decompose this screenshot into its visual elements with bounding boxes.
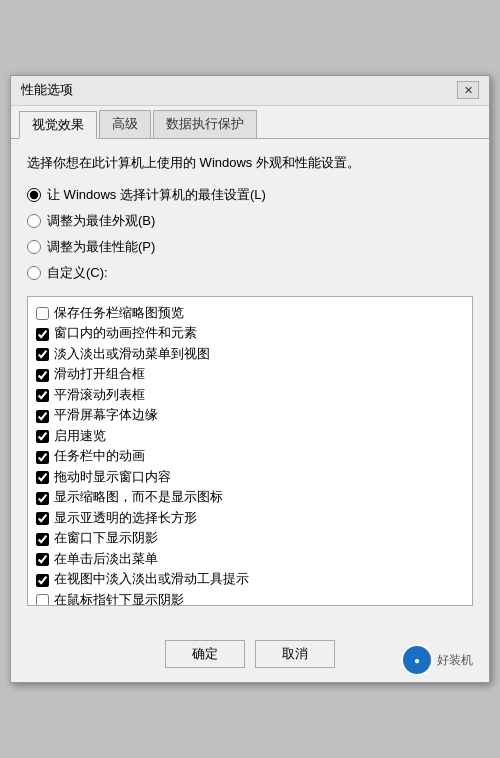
performance-options-dialog: 性能选项 ✕ 视觉效果 高级 数据执行保护 选择你想在此计算机上使用的 Wind… — [10, 75, 490, 684]
checkbox-label-9: 显示缩略图，而不是显示图标 — [54, 489, 223, 507]
checkbox-item-14[interactable]: 在鼠标指针下显示阴影 — [34, 590, 466, 606]
checkbox-label-13: 在视图中淡入淡出或滑动工具提示 — [54, 571, 249, 589]
checkbox-label-0: 保存任务栏缩略图预览 — [54, 305, 184, 323]
tab-dep[interactable]: 数据执行保护 — [153, 110, 257, 138]
checkbox-label-12: 在单击后淡出菜单 — [54, 551, 158, 569]
description-text: 选择你想在此计算机上使用的 Windows 外观和性能设置。 — [27, 153, 473, 173]
checkbox-item-2[interactable]: 淡入淡出或滑动菜单到视图 — [34, 344, 466, 365]
checkbox-item-0[interactable]: 保存任务栏缩略图预览 — [34, 303, 466, 324]
checkbox-list[interactable]: 保存任务栏缩略图预览 窗口内的动画控件和元素 淡入淡出或滑动菜单到视图 滑动打开… — [27, 296, 473, 606]
checkbox-item-12[interactable]: 在单击后淡出菜单 — [34, 549, 466, 570]
checkbox-label-8: 拖动时显示窗口内容 — [54, 469, 171, 487]
button-area: 确定 取消 ● 好装机 — [11, 634, 489, 682]
checkbox-item-8[interactable]: 拖动时显示窗口内容 — [34, 467, 466, 488]
checkbox-label-7: 任务栏中的动画 — [54, 448, 145, 466]
dialog-title: 性能选项 — [21, 81, 73, 99]
radio-custom[interactable]: 自定义(C): — [27, 264, 473, 282]
checkbox-label-4: 平滑滚动列表框 — [54, 387, 145, 405]
checkbox-label-5: 平滑屏幕字体边缘 — [54, 407, 158, 425]
checkbox-item-4[interactable]: 平滑滚动列表框 — [34, 385, 466, 406]
close-button[interactable]: ✕ — [457, 81, 479, 99]
checkbox-label-6: 启用速览 — [54, 428, 106, 446]
checkbox-label-2: 淡入淡出或滑动菜单到视图 — [54, 346, 210, 364]
title-controls: ✕ — [457, 81, 479, 99]
checkbox-item-5[interactable]: 平滑屏幕字体边缘 — [34, 406, 466, 427]
tab-advanced[interactable]: 高级 — [99, 110, 151, 138]
tab-visual-effects[interactable]: 视觉效果 — [19, 111, 97, 139]
checkbox-item-10[interactable]: 显示亚透明的选择长方形 — [34, 508, 466, 529]
checkbox-label-10: 显示亚透明的选择长方形 — [54, 510, 197, 528]
checkbox-item-13[interactable]: 在视图中淡入淡出或滑动工具提示 — [34, 570, 466, 591]
watermark-icon-inner: ● — [414, 655, 420, 666]
checkbox-label-3: 滑动打开组合框 — [54, 366, 145, 384]
checkbox-item-3[interactable]: 滑动打开组合框 — [34, 365, 466, 386]
title-bar: 性能选项 ✕ — [11, 76, 489, 106]
content-area: 选择你想在此计算机上使用的 Windows 外观和性能设置。 让 Windows… — [11, 139, 489, 635]
watermark: ● 好装机 — [401, 644, 473, 676]
checkbox-item-7[interactable]: 任务栏中的动画 — [34, 447, 466, 468]
checkbox-item-9[interactable]: 显示缩略图，而不是显示图标 — [34, 488, 466, 509]
radio-best-performance-label: 调整为最佳性能(P) — [47, 238, 155, 256]
checkbox-item-11[interactable]: 在窗口下显示阴影 — [34, 529, 466, 550]
checkbox-label-14: 在鼠标指针下显示阴影 — [54, 592, 184, 607]
radio-group: 让 Windows 选择计算机的最佳设置(L) 调整为最佳外观(B) 调整为最佳… — [27, 186, 473, 282]
radio-best-appearance[interactable]: 调整为最佳外观(B) — [27, 212, 473, 230]
radio-best-performance[interactable]: 调整为最佳性能(P) — [27, 238, 473, 256]
watermark-text: 好装机 — [437, 652, 473, 669]
checkbox-label-11: 在窗口下显示阴影 — [54, 530, 158, 548]
cancel-button[interactable]: 取消 — [255, 640, 335, 668]
tab-bar: 视觉效果 高级 数据执行保护 — [11, 106, 489, 139]
radio-best-setting-label: 让 Windows 选择计算机的最佳设置(L) — [47, 186, 266, 204]
ok-button[interactable]: 确定 — [165, 640, 245, 668]
watermark-icon: ● — [401, 644, 433, 676]
radio-custom-label: 自定义(C): — [47, 264, 108, 282]
checkbox-item-6[interactable]: 启用速览 — [34, 426, 466, 447]
radio-best-appearance-label: 调整为最佳外观(B) — [47, 212, 155, 230]
radio-best-setting[interactable]: 让 Windows 选择计算机的最佳设置(L) — [27, 186, 473, 204]
checkbox-label-1: 窗口内的动画控件和元素 — [54, 325, 197, 343]
checkbox-item-1[interactable]: 窗口内的动画控件和元素 — [34, 324, 466, 345]
